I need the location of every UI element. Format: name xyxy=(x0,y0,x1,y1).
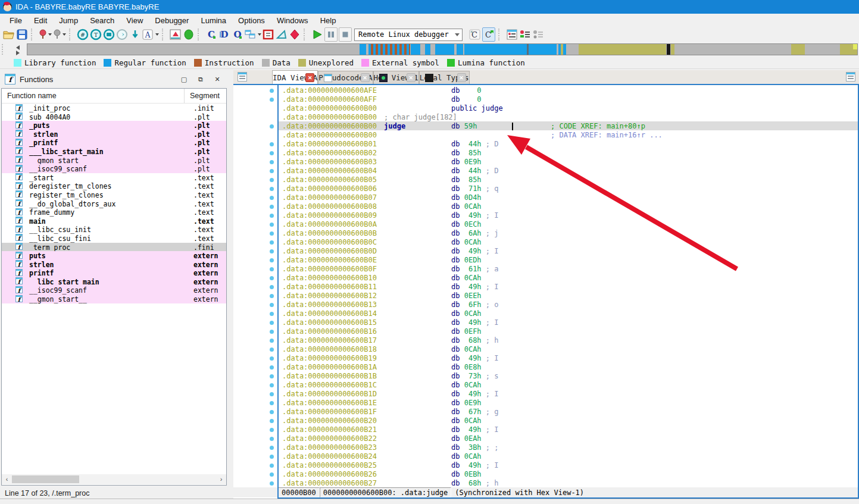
disasm-line[interactable]: .data:0000000000600B1C db 0CAh xyxy=(233,380,859,389)
navband-segment-black[interactable] xyxy=(667,44,670,55)
menu-item[interactable]: View xyxy=(120,15,149,26)
patched-bytes-button[interactable] xyxy=(263,28,274,41)
function-row[interactable]: f _start .text xyxy=(2,173,226,182)
disasm-line[interactable]: .data:0000000000600B0B db 6Ah ; j xyxy=(233,228,859,237)
disasm-line[interactable]: .data:0000000000600B05 db 85h xyxy=(233,175,859,184)
disasm-line[interactable]: .data:0000000000600B18 db 0CAh xyxy=(233,345,859,353)
debugger-select[interactable]: Remote Linux debugger xyxy=(354,29,463,41)
disasm-line[interactable]: .data:0000000000600B01 db 44h ; D xyxy=(233,139,859,148)
disasm-line[interactable]: .data:0000000000600B21 db 49h ; I xyxy=(233,425,859,434)
disasm-line[interactable]: .data:0000000000600B12 db 0EEh xyxy=(233,291,859,300)
navband-left-arrow[interactable] xyxy=(16,45,20,50)
function-row[interactable]: f frame_dummy .text xyxy=(2,208,226,217)
navband-segment-blue[interactable] xyxy=(457,44,463,55)
jump-down-arrow-button[interactable] xyxy=(129,28,141,41)
navigate-forward-button[interactable] xyxy=(53,28,66,41)
menu-item[interactable]: Search xyxy=(84,15,120,26)
function-row[interactable]: f __gmon_start__ .plt xyxy=(2,156,226,165)
navigate-back-button[interactable] xyxy=(39,28,52,41)
navband-segment-mark[interactable] xyxy=(853,44,858,49)
function-row[interactable]: f __libc_csu_fini .text xyxy=(2,234,226,243)
disasm-line[interactable]: .data:0000000000600B1B db 73h ; s xyxy=(233,371,859,380)
navband-segment-blue[interactable] xyxy=(464,44,527,55)
function-row[interactable]: f _init_proc .init xyxy=(2,104,226,112)
disasm-line[interactable]: .data:0000000000600B00 public judge xyxy=(233,104,859,112)
function-row[interactable]: f __libc_start_main extern xyxy=(2,277,226,286)
disasm-line[interactable]: .data:0000000000600AFF db 0 xyxy=(233,95,859,104)
run-process-button[interactable]: C xyxy=(482,27,495,42)
function-row[interactable]: f _printf .plt xyxy=(2,138,226,147)
disasm-line[interactable]: .data:0000000000600B0D db 49h ; I xyxy=(233,246,859,255)
function-row[interactable]: f _term_proc .fini xyxy=(2,243,226,252)
disasm-line[interactable]: .data:0000000000600B17 db 68h ; h xyxy=(233,336,859,345)
function-row[interactable]: f puts extern xyxy=(2,251,226,260)
attach-process-button[interactable]: C xyxy=(468,28,481,41)
function-row[interactable]: f __do_global_dtors_aux .text xyxy=(2,199,226,208)
disasm-line[interactable]: .data:0000000000600B00 ; char judge[182] xyxy=(233,112,859,121)
navband-segment-olive[interactable] xyxy=(791,44,805,55)
disasm-line[interactable]: .data:0000000000600B1E db 0E9h xyxy=(233,398,859,407)
disasm-line[interactable]: .data:0000000000600B06 db 71h ; q xyxy=(233,184,859,193)
breakpoint-add-button[interactable] xyxy=(519,28,531,41)
disasm-line[interactable]: .data:0000000000600B20 db 0CAh xyxy=(233,416,859,425)
navband-segment-blue[interactable] xyxy=(360,44,366,55)
tab-close-icon[interactable]: ✕ xyxy=(457,73,466,82)
menu-item[interactable]: Windows xyxy=(271,15,314,26)
dock-panel-icon[interactable] xyxy=(846,72,855,82)
disasm-line[interactable]: .data:0000000000600B15 db 49h ; I xyxy=(233,318,859,327)
function-row[interactable]: f __isoc99_scanf .plt xyxy=(2,164,226,173)
disasm-line[interactable]: .data:0000000000600B25 db 49h ; I xyxy=(233,461,859,469)
navband-right-arrow[interactable] xyxy=(16,51,20,55)
struct-d-button[interactable]: D xyxy=(218,28,230,41)
disasm-line[interactable]: .data:0000000000600B23 db 3Bh ; ; xyxy=(233,443,859,452)
menu-item[interactable]: Debugger xyxy=(149,15,195,26)
function-row[interactable]: f main .text xyxy=(2,217,226,226)
disasm-line[interactable]: .data:0000000000600B03 db 0E9h xyxy=(233,157,859,166)
menu-item[interactable]: Help xyxy=(314,15,342,26)
disasm-line[interactable]: .data:0000000000600B0A db 0ECh xyxy=(233,220,859,228)
disasm-line[interactable]: .data:0000000000600B22 db 0EAh xyxy=(233,434,859,443)
disasm-line[interactable]: .data:0000000000600B02 db 85h xyxy=(233,148,859,157)
disasm-line[interactable]: .data:0000000000600B0C db 0CAh xyxy=(233,237,859,246)
disasm-line[interactable]: .data:0000000000600B08 db 0CAh xyxy=(233,202,859,211)
demangle-window-button[interactable] xyxy=(170,28,182,41)
navband-segment-blue[interactable] xyxy=(435,44,454,55)
open-file-button[interactable] xyxy=(3,28,15,41)
function-row[interactable]: f _strlen .plt xyxy=(2,130,226,139)
breakpoint-settings-button[interactable] xyxy=(532,28,544,41)
disasm-line[interactable]: .data:0000000000600B14 db 0CAh xyxy=(233,309,859,318)
navband-segment-blue[interactable] xyxy=(411,44,420,55)
windows-list-button[interactable] xyxy=(245,28,261,41)
disasm-line[interactable]: .data:0000000000600B19 db 49h ; I xyxy=(233,353,859,362)
problems-diamond-button[interactable] xyxy=(289,28,301,41)
navband-segment-blue[interactable] xyxy=(563,44,566,55)
menu-item[interactable]: Edit xyxy=(28,15,53,26)
column-segment[interactable]: Segment xyxy=(190,92,220,100)
function-row[interactable]: f strlen extern xyxy=(2,260,226,269)
window-list-button[interactable] xyxy=(506,28,518,41)
functions-list-header[interactable]: Function name Segment xyxy=(2,89,226,104)
close-icon[interactable]: ✕ xyxy=(212,74,223,84)
ascii-string-button[interactable]: A xyxy=(142,28,159,41)
menu-item[interactable]: File xyxy=(4,15,28,26)
compile-c-button[interactable]: C xyxy=(205,28,217,41)
disasm-line[interactable]: .data:0000000000600B07 db 0D4h xyxy=(233,193,859,202)
jump-name-button[interactable] xyxy=(103,28,115,41)
disasm-line[interactable]: .data:0000000000600B13 db 6Fh ; o xyxy=(233,300,859,309)
jump-xref-button[interactable] xyxy=(116,28,128,41)
scrollbar-thumb[interactable] xyxy=(12,475,79,483)
panel-splitter[interactable] xyxy=(229,70,233,504)
ida-view-window-icon[interactable] xyxy=(238,72,247,82)
edit-polygon-button[interactable] xyxy=(276,28,288,41)
function-row[interactable]: f printf extern xyxy=(2,268,226,277)
function-row[interactable]: f deregister_tm_clones .text xyxy=(2,181,226,190)
scroll-left-arrow[interactable]: ‹ xyxy=(2,474,12,484)
disasm-line[interactable]: .data:0000000000600B0F db 61h ; a xyxy=(233,264,859,273)
disasm-line[interactable]: .data:0000000000600B1F db 67h ; g xyxy=(233,407,859,416)
navigation-band[interactable] xyxy=(27,43,858,55)
navband-segment-stripe[interactable] xyxy=(368,44,410,55)
disasm-line[interactable]: .data:0000000000600B16 db 0EFh xyxy=(233,327,859,336)
function-row[interactable]: f __libc_csu_init .text xyxy=(2,225,226,234)
disassembly-listing[interactable]: .data:0000000000600AFE db 0 .data:000000… xyxy=(233,86,859,487)
jump-text-button[interactable]: T xyxy=(90,28,102,41)
